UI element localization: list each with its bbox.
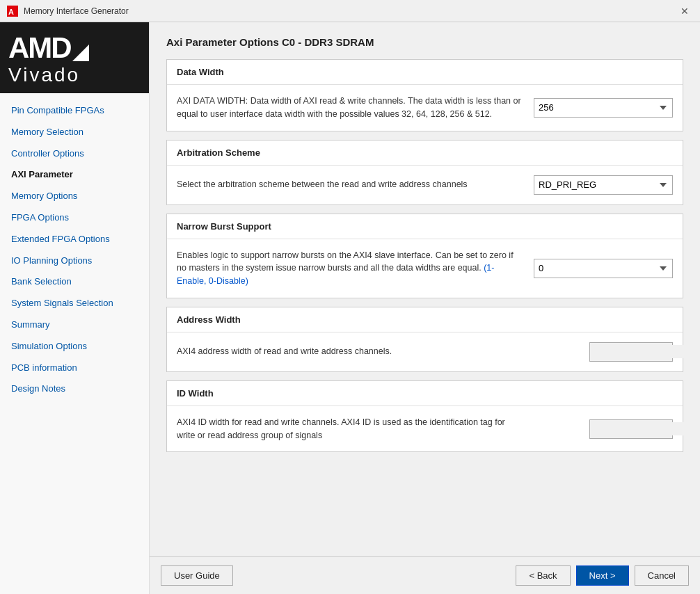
row-address-width-row: AXI4 address width of read and write add…: [167, 332, 683, 371]
section-header-data-width: Data Width: [167, 60, 683, 85]
control-narrow-burst-row: 01: [534, 259, 673, 278]
sidebar-item-axi-parameter: AXI Parameter: [0, 164, 149, 186]
cancel-button[interactable]: Cancel: [635, 565, 689, 586]
sidebar-item-bank-selection[interactable]: Bank Selection: [0, 271, 149, 293]
sidebar-nav: Pin Compatible FPGAsMemory SelectionCont…: [0, 93, 149, 594]
spinner-input-id-width-row[interactable]: [590, 422, 700, 435]
desc-highlight-narrow-burst-row: (1-Enable, 0-Disable): [177, 263, 494, 286]
spinner-input-address-width-row[interactable]: [590, 345, 700, 358]
page-title: Axi Parameter Options C0 - DDR3 SDRAM: [166, 36, 683, 48]
section-header-id-width: ID Width: [167, 381, 683, 406]
sidebar-item-simulation-options[interactable]: Simulation Options: [0, 336, 149, 358]
section-arbitration-scheme: Arbitration SchemeSelect the arbitration…: [166, 140, 683, 205]
svg-text:A: A: [8, 8, 14, 16]
sidebar-item-memory-selection[interactable]: Memory Selection: [0, 122, 149, 143]
spinner-id-width-row: ▲▼: [589, 419, 673, 439]
amd-logo-text: AMD: [8, 33, 71, 63]
row-id-width-row: AXI4 ID width for read and write channel…: [167, 406, 683, 452]
sidebar-item-memory-options[interactable]: Memory Options: [0, 186, 149, 207]
sidebar-item-extended-fpga-options[interactable]: Extended FPGA Options: [0, 229, 149, 250]
section-header-arbitration-scheme: Arbitration Scheme: [167, 141, 683, 166]
desc-arbitration-row: Select the arbitration scheme between th…: [177, 178, 534, 191]
next-button[interactable]: Next >: [576, 565, 629, 586]
app-icon: A: [7, 6, 18, 17]
footer: User Guide < Back Next > Cancel: [150, 556, 700, 594]
row-data-width-row: AXI DATA WIDTH: Data width of AXI read &…: [167, 85, 683, 131]
sidebar-item-system-signals-selection[interactable]: System Signals Selection: [0, 293, 149, 314]
content-scroll: Axi Parameter Options C0 - DDR3 SDRAM Da…: [150, 22, 700, 556]
sidebar-item-design-notes[interactable]: Design Notes: [0, 378, 149, 400]
back-button[interactable]: < Back: [516, 565, 570, 586]
close-button[interactable]: ✕: [676, 4, 693, 18]
spinner-address-width-row: ▲▼: [589, 342, 673, 362]
control-arbitration-row: RD_PRI_REGRD_PRI_STATICWR_PRI_REGWR_PRI_…: [534, 175, 673, 195]
amd-logo-arrow: [72, 36, 89, 61]
section-address-width: Address WidthAXI4 address width of read …: [166, 307, 683, 372]
desc-narrow-burst-row: Enables logic to support narrow bursts o…: [177, 249, 534, 288]
select-arbitration-row[interactable]: RD_PRI_REGRD_PRI_STATICWR_PRI_REGWR_PRI_…: [534, 175, 673, 195]
section-header-narrow-burst-support: Narrow Burst Support: [167, 214, 683, 239]
section-narrow-burst-support: Narrow Burst SupportEnables logic to sup…: [166, 214, 683, 298]
main-layout: AMD Vivado Pin Compatible FPGAsMemory Se…: [0, 22, 700, 594]
sidebar: AMD Vivado Pin Compatible FPGAsMemory Se…: [0, 22, 150, 594]
control-id-width-row: ▲▼: [534, 419, 673, 439]
desc-id-width-row: AXI4 ID width for read and write channel…: [177, 416, 534, 442]
sections-container: Data WidthAXI DATA WIDTH: Data width of …: [166, 59, 683, 452]
sidebar-logo: AMD Vivado: [0, 22, 149, 93]
desc-data-width-row: AXI DATA WIDTH: Data width of AXI read &…: [177, 95, 534, 121]
sidebar-item-io-planning-options[interactable]: IO Planning Options: [0, 250, 149, 272]
sidebar-item-fpga-options[interactable]: FPGA Options: [0, 207, 149, 229]
title-bar: A Memory Interface Generator ✕: [0, 0, 700, 22]
select-data-width-row[interactable]: 3264128256512: [534, 98, 673, 118]
section-header-address-width: Address Width: [167, 307, 683, 332]
title-bar-left: A Memory Interface Generator: [7, 6, 129, 17]
select-narrow-burst-row[interactable]: 01: [534, 259, 673, 278]
section-data-width: Data WidthAXI DATA WIDTH: Data width of …: [166, 59, 683, 131]
window-title: Memory Interface Generator: [24, 6, 129, 16]
row-narrow-burst-row: Enables logic to support narrow bursts o…: [167, 239, 683, 298]
svg-marker-2: [72, 45, 89, 61]
control-address-width-row: ▲▼: [534, 342, 673, 362]
sidebar-item-controller-options[interactable]: Controller Options: [0, 143, 149, 165]
content-area: Axi Parameter Options C0 - DDR3 SDRAM Da…: [150, 22, 700, 594]
desc-address-width-row: AXI4 address width of read and write add…: [177, 345, 534, 358]
footer-left: User Guide: [161, 565, 233, 586]
section-id-width: ID WidthAXI4 ID width for read and write…: [166, 380, 683, 453]
sidebar-item-pcb-information[interactable]: PCB information: [0, 358, 149, 379]
user-guide-button[interactable]: User Guide: [161, 565, 233, 586]
footer-right: < Back Next > Cancel: [516, 565, 689, 586]
sidebar-item-pin-compatible-fpgas[interactable]: Pin Compatible FPGAs: [0, 100, 149, 122]
sidebar-item-summary[interactable]: Summary: [0, 314, 149, 336]
vivado-logo-text: Vivado: [8, 64, 80, 86]
control-data-width-row: 3264128256512: [534, 98, 673, 118]
row-arbitration-row: Select the arbitration scheme between th…: [167, 166, 683, 204]
